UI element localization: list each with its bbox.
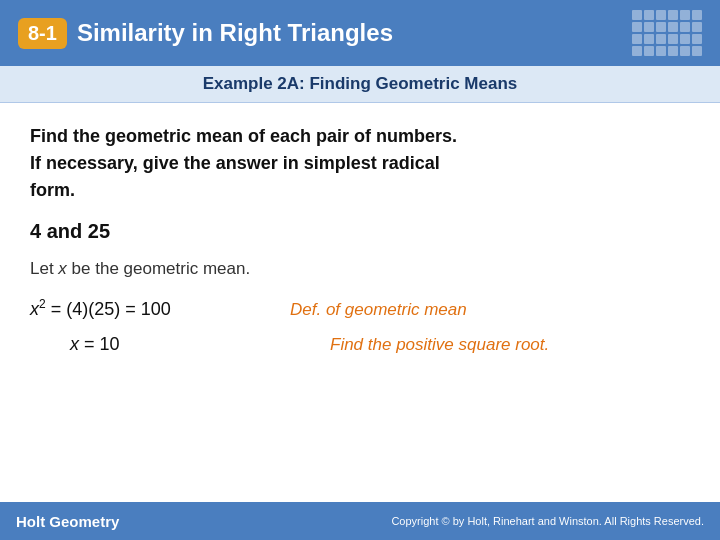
header-decorative-grid <box>632 10 702 56</box>
page-container: 8-1 Similarity in Right Triangles Exampl… <box>0 0 720 540</box>
statement-line3: form. <box>30 180 75 200</box>
step-1-math: x2 = (4)(25) = 100 <box>30 297 290 320</box>
step-row-2: x = 10 Find the positive square root. <box>30 334 690 355</box>
problem-statement: Find the geometric mean of each pair of … <box>30 123 690 204</box>
example-subtitle: Example 2A: Finding Geometric Means <box>0 66 720 103</box>
step-row-1: x2 = (4)(25) = 100 Def. of geometric mea… <box>30 297 690 320</box>
step-2-description: Find the positive square root. <box>330 335 549 355</box>
statement-line2: If necessary, give the answer in simples… <box>30 153 440 173</box>
statement-line1: Find the geometric mean of each pair of … <box>30 126 457 146</box>
header-bar: 8-1 Similarity in Right Triangles <box>0 0 720 66</box>
footer-brand: Holt Geometry <box>16 513 119 530</box>
pair-label: 4 and 25 <box>30 220 690 243</box>
let-x-line: Let x be the geometric mean. <box>30 259 690 279</box>
step-1-description: Def. of geometric mean <box>290 300 467 320</box>
header-badge: 8-1 <box>18 18 67 49</box>
step-2-math: x = 10 <box>70 334 330 355</box>
main-content: Find the geometric mean of each pair of … <box>0 103 720 502</box>
header-title: Similarity in Right Triangles <box>77 19 393 47</box>
steps-area: x2 = (4)(25) = 100 Def. of geometric mea… <box>30 297 690 355</box>
footer: Holt Geometry Copyright © by Holt, Rineh… <box>0 502 720 540</box>
footer-copyright: Copyright © by Holt, Rinehart and Winsto… <box>391 515 704 527</box>
